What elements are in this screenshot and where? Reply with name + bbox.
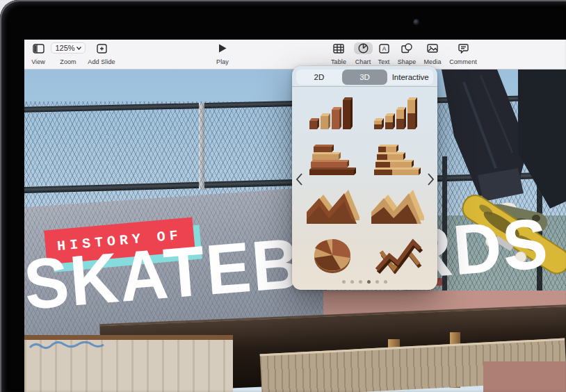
chart-label: Chart (355, 58, 371, 65)
previous-page-chevron[interactable] (293, 170, 305, 188)
thumbnail-3d-stacked-area-chart[interactable] (367, 187, 427, 229)
tab-interactive[interactable]: Interactive (387, 70, 433, 85)
chevron-left-icon (296, 172, 303, 186)
thumbnail-3d-stacked-bar-chart[interactable] (367, 140, 427, 181)
comment-bubble-icon (458, 42, 469, 54)
page-dot-1[interactable] (342, 280, 346, 284)
text-icon: A (379, 42, 389, 54)
keynote-toolbar: View 125% Zoom Add Slide Play (24, 40, 566, 70)
page-dots (292, 280, 437, 284)
shape-label: Shape (398, 58, 417, 65)
play-icon (218, 42, 227, 54)
chevron-down-icon (76, 47, 81, 50)
3d-line-chart-graphic (370, 236, 424, 274)
thumbnail-3d-line-chart[interactable] (367, 234, 427, 276)
3d-area-chart-graphic (305, 189, 359, 227)
play-button[interactable]: Play (210, 42, 235, 67)
3d-bar-chart-graphic (305, 142, 359, 179)
popover-divider (292, 86, 437, 87)
add-slide-icon (97, 42, 107, 54)
media-label: Media (423, 58, 441, 65)
chevron-right-icon (427, 172, 435, 186)
chart-thumbnail-grid (300, 91, 429, 277)
3d-stacked-area-chart-graphic (370, 189, 424, 227)
3d-column-chart-graphic (305, 95, 359, 132)
page-dot-5[interactable] (375, 280, 379, 284)
keynote-screen: View 125% Zoom Add Slide Play (24, 40, 566, 392)
comment-button[interactable]: Comment (443, 42, 483, 67)
skatepark-ground-corner (483, 361, 566, 392)
3d-stacked-bar-chart-graphic (370, 142, 424, 179)
graffiti-scribble (29, 341, 112, 352)
page-dot-6[interactable] (384, 280, 387, 284)
table-icon (333, 42, 344, 54)
chart-pie-icon (354, 42, 373, 54)
shape-icon (401, 42, 412, 54)
ipad-device-frame: View 125% Zoom Add Slide Play (0, 0, 566, 392)
media-photo-icon (427, 42, 438, 54)
thumbnail-3d-bar-chart[interactable] (302, 140, 362, 181)
table-label: Table (331, 58, 346, 65)
thumbnail-3d-stacked-column-chart[interactable] (367, 92, 427, 134)
thumbnail-3d-area-chart[interactable] (302, 187, 362, 229)
zoom-button[interactable]: 125% Zoom (52, 42, 84, 67)
view-sidebar-icon (33, 42, 45, 54)
text-label: Text (378, 58, 390, 65)
svg-text:A: A (382, 45, 386, 52)
front-camera-dot (413, 19, 419, 25)
page-dot-3[interactable] (359, 280, 362, 284)
play-label: Play (216, 58, 229, 65)
tab-2d[interactable]: 2D (296, 70, 342, 85)
thumbnail-3d-column-chart[interactable] (302, 92, 362, 134)
chart-popover: 2D 3D Interactive (292, 66, 437, 290)
add-slide-label: Add Slide (88, 58, 115, 65)
page-dot-4[interactable] (367, 280, 371, 284)
3d-pie-chart-graphic (305, 236, 359, 274)
zoom-label: Zoom (60, 58, 76, 65)
view-label: View (31, 58, 45, 65)
page-dot-2[interactable] (350, 280, 354, 284)
chart-type-segmented-control: 2D 3D Interactive (296, 70, 433, 85)
zoom-percentage: 125% (55, 44, 74, 52)
plywood-box (24, 335, 233, 392)
add-slide-button[interactable]: Add Slide (82, 42, 121, 67)
zoom-value: 125% (51, 42, 85, 54)
thumbnail-3d-pie-chart[interactable] (302, 234, 362, 276)
tab-3d[interactable]: 3D (342, 70, 388, 85)
next-page-chevron[interactable] (424, 170, 437, 188)
comment-label: Comment (449, 58, 477, 65)
view-button[interactable]: View (26, 42, 51, 67)
3d-stacked-column-chart-graphic (370, 95, 424, 132)
